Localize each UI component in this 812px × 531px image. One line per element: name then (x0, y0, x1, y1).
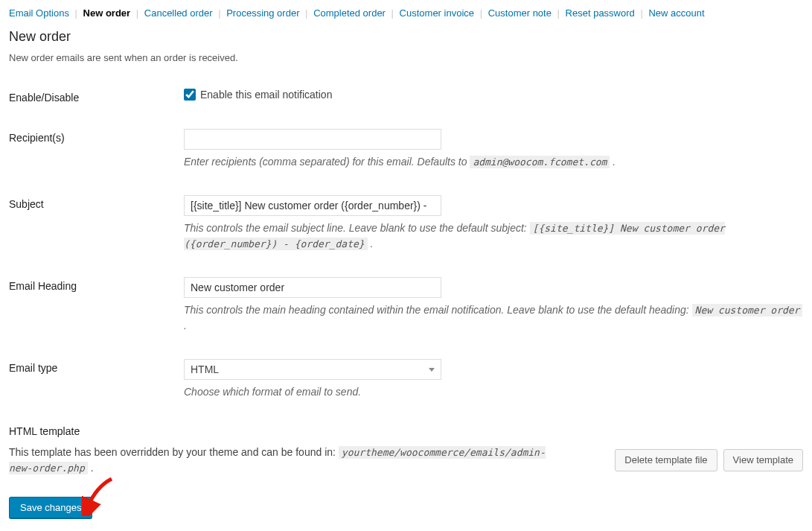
row-recipients: Recipient(s) Enter recipients (comma sep… (9, 129, 803, 170)
template-row: This template has been overridden by you… (9, 445, 803, 476)
email-type-selected: HTML (191, 363, 219, 375)
row-heading: Email Heading This controls the main hea… (9, 277, 803, 334)
nav-separator: | (391, 7, 394, 19)
nav-completed-order[interactable]: Completed order (313, 7, 386, 19)
heading-input[interactable] (184, 277, 441, 298)
page-description: New order emails are sent when an order … (9, 52, 803, 63)
nav-processing-order[interactable]: Processing order (226, 7, 299, 19)
enable-checkbox-label: Enable this email notification (200, 89, 332, 101)
email-type-select[interactable]: HTML (184, 359, 441, 380)
label-email-type: Email type (9, 359, 184, 374)
recipients-default-code: admin@woocom.fcomet.com (470, 156, 610, 168)
label-recipients: Recipient(s) (9, 129, 184, 144)
email-type-help: Choose which format of email to send. (184, 384, 803, 400)
nav-separator: | (557, 7, 560, 19)
heading-help: This controls the main heading contained… (184, 302, 803, 334)
sub-nav: Email Options | New order | Cancelled or… (9, 7, 803, 19)
enable-checkbox-wrap[interactable]: Enable this email notification (184, 89, 803, 101)
row-enable: Enable/Disable Enable this email notific… (9, 89, 803, 104)
nav-separator: | (305, 7, 307, 19)
nav-customer-invoice[interactable]: Customer invoice (400, 7, 474, 19)
recipients-input[interactable] (184, 129, 441, 150)
nav-separator: | (75, 7, 77, 19)
label-subject: Subject (9, 195, 184, 210)
row-subject: Subject This controls the email subject … (9, 195, 803, 252)
nav-separator: | (640, 7, 642, 19)
subject-input[interactable] (184, 195, 441, 216)
nav-customer-note[interactable]: Customer note (488, 7, 552, 19)
enable-checkbox[interactable] (184, 89, 196, 101)
nav-new-account[interactable]: New account (648, 7, 704, 19)
heading-default-code: New customer order (692, 304, 803, 317)
row-email-type: Email type HTML Choose which format of e… (9, 359, 803, 400)
nav-separator: | (136, 7, 138, 19)
subject-help: This controls the email subject line. Le… (184, 220, 803, 252)
view-template-button[interactable]: View template (723, 449, 803, 471)
nav-separator: | (480, 7, 482, 19)
save-changes-button[interactable]: Save changes (9, 497, 92, 519)
nav-new-order[interactable]: New order (83, 7, 131, 19)
delete-template-button[interactable]: Delete template file (615, 449, 717, 471)
html-template-section-title: HTML template (9, 425, 803, 437)
chevron-down-icon (429, 368, 435, 372)
label-enable: Enable/Disable (9, 89, 184, 104)
label-heading: Email Heading (9, 277, 184, 292)
nav-email-options[interactable]: Email Options (9, 7, 69, 19)
recipients-help: Enter recipients (comma separated) for t… (184, 154, 803, 170)
nav-reset-password[interactable]: Reset password (566, 7, 635, 19)
page-title: New order (9, 29, 803, 45)
template-note: This template has been overridden by you… (9, 445, 560, 476)
nav-cancelled-order[interactable]: Cancelled order (144, 7, 213, 19)
nav-separator: | (218, 7, 220, 19)
